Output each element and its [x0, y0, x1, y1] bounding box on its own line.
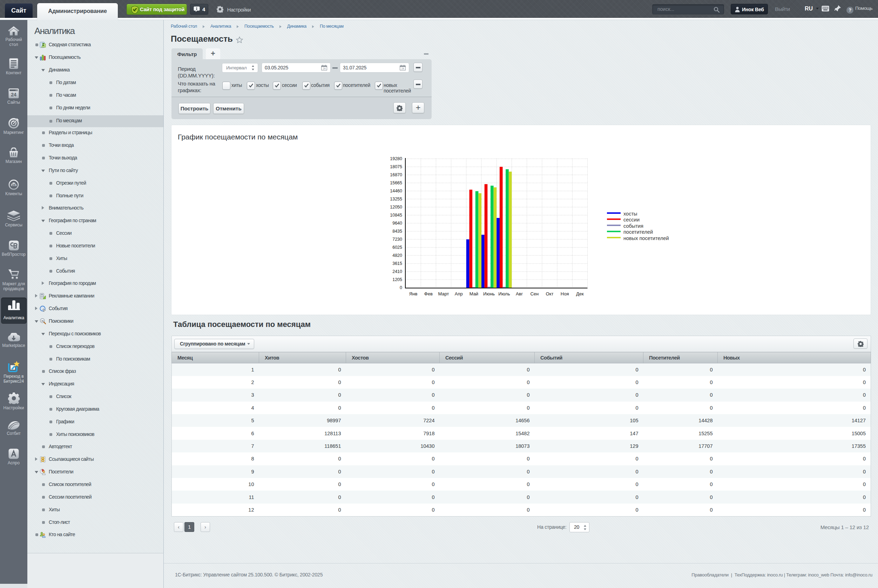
svg-text:Июль: Июль — [498, 291, 510, 297]
svg-text:события: события — [624, 223, 643, 229]
svg-text:Авг: Авг — [516, 291, 523, 297]
svg-text:18075: 18075 — [390, 164, 402, 169]
svg-text:новых посетителей: новых посетителей — [624, 236, 669, 241]
svg-text:сессии: сессии — [624, 217, 640, 222]
svg-text:Янв: Янв — [409, 291, 418, 297]
svg-text:Ноя: Ноя — [561, 291, 569, 297]
svg-text:4820: 4820 — [392, 253, 402, 258]
svg-text:Фев: Фев — [424, 291, 433, 297]
svg-text:1205: 1205 — [392, 277, 402, 282]
svg-text:3615: 3615 — [392, 261, 402, 266]
svg-text:Март: Март — [438, 291, 449, 297]
svg-text:24: 24 — [323, 67, 326, 70]
svg-text:10845: 10845 — [390, 213, 402, 218]
svg-text:24: 24 — [11, 92, 17, 98]
svg-text:14460: 14460 — [390, 189, 402, 194]
svg-text:13255: 13255 — [390, 196, 402, 201]
svg-text:Июнь: Июнь — [483, 291, 495, 297]
svg-text:9640: 9640 — [392, 221, 402, 226]
svg-text:24: 24 — [401, 67, 404, 70]
svg-text:19280: 19280 — [390, 156, 402, 161]
svg-text:Май: Май — [469, 291, 478, 297]
svg-text:15665: 15665 — [390, 180, 402, 185]
svg-text:Дек: Дек — [576, 291, 584, 297]
svg-text:2410: 2410 — [392, 269, 402, 274]
svg-text:посетителей: посетителей — [624, 229, 653, 235]
svg-text:Окт: Окт — [546, 291, 554, 297]
svg-text:8435: 8435 — [392, 229, 402, 234]
svg-text:16870: 16870 — [390, 172, 402, 177]
svg-text:0: 0 — [400, 285, 402, 290]
svg-text:24: 24 — [12, 183, 15, 186]
svg-text:12050: 12050 — [390, 205, 402, 210]
svg-text:Сен: Сен — [530, 291, 538, 297]
svg-text:хосты: хосты — [624, 211, 637, 216]
svg-text:7230: 7230 — [392, 237, 402, 242]
svg-text:6025: 6025 — [392, 245, 402, 250]
svg-text:Апр: Апр — [455, 291, 463, 297]
